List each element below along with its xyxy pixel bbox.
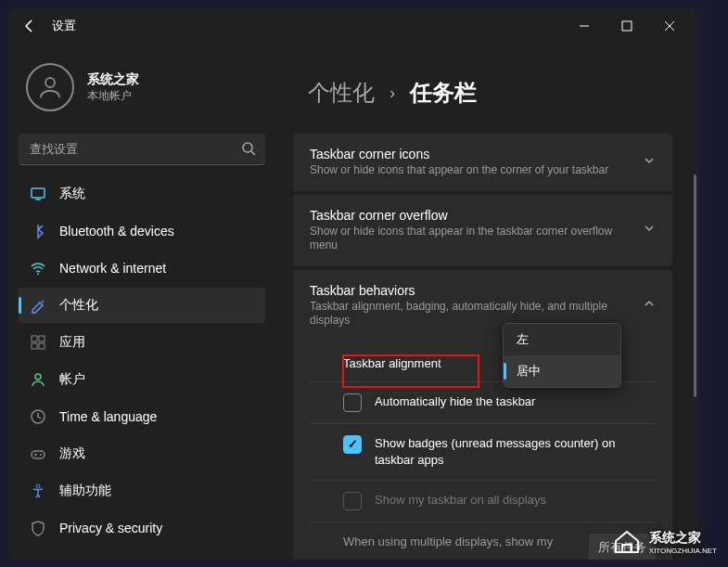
nav-label: 帐户 — [59, 371, 85, 388]
search-icon — [241, 141, 256, 160]
card-taskbar-corner-icons: Taskbar corner icons Show or hide icons … — [293, 134, 672, 191]
svg-point-12 — [35, 374, 41, 380]
svg-line-4 — [251, 151, 255, 155]
house-icon — [610, 528, 644, 556]
search-input[interactable] — [19, 134, 265, 165]
badges-label: Show badges (unread messages counter) on… — [375, 435, 656, 469]
nav-label: 游戏 — [59, 445, 85, 462]
svg-point-2 — [45, 78, 55, 87]
nav-label: 系统 — [59, 186, 85, 202]
card-title: Taskbar behaviors — [310, 283, 643, 298]
card-header-corner-icons[interactable]: Taskbar corner icons Show or hide icons … — [293, 134, 672, 191]
gaming-icon — [30, 445, 46, 462]
minimize-button[interactable] — [563, 11, 606, 41]
nav-item-update[interactable]: Windows Update — [19, 548, 265, 560]
svg-rect-10 — [32, 343, 37, 349]
privacy-icon — [30, 520, 46, 536]
card-desc: Show or hide icons that appear in the ta… — [310, 225, 643, 253]
svg-point-16 — [36, 484, 40, 488]
nav-label: Bluetooth & devices — [59, 224, 174, 238]
search-container — [19, 134, 265, 165]
avatar — [26, 63, 74, 111]
time-icon — [30, 408, 46, 425]
scrollbar[interactable] — [694, 174, 696, 397]
nav-item-bluetooth[interactable]: Bluetooth & devices — [19, 213, 265, 249]
watermark-text: 系统之家 — [649, 530, 717, 547]
svg-point-15 — [40, 454, 42, 456]
card-title: Taskbar corner icons — [310, 147, 643, 161]
close-icon — [664, 20, 675, 32]
card-taskbar-behaviors: Taskbar behaviors Taskbar alignment, bad… — [293, 270, 672, 560]
alignment-option-left[interactable]: 左 — [504, 324, 620, 355]
apps-icon — [30, 334, 46, 351]
breadcrumb: 个性化 › 任务栏 — [293, 78, 672, 108]
nav-label: 应用 — [59, 334, 85, 351]
nav-label: Network & internet — [59, 261, 166, 276]
content-area: 个性化 › 任务栏 Taskbar corner icons Show or h… — [276, 45, 698, 560]
nav-item-wifi[interactable]: Network & internet — [19, 251, 265, 286]
setting-taskbar-alignment: Taskbar alignment 左 居中 — [310, 345, 656, 381]
chevron-up-icon — [643, 297, 656, 314]
account-icon — [30, 371, 46, 388]
all-displays-label: Show my taskbar on all displays — [375, 492, 546, 509]
watermark-url: XITONGZHIJIA.NET — [649, 547, 717, 555]
setting-all-displays[interactable]: Show my taskbar on all displays — [310, 480, 656, 522]
svg-rect-5 — [32, 188, 45, 198]
svg-rect-11 — [39, 343, 45, 349]
nav-item-accessibility[interactable]: 辅助功能 — [19, 473, 265, 509]
svg-rect-1 — [622, 21, 632, 31]
username: 系统之家 — [87, 71, 139, 88]
svg-rect-9 — [39, 336, 45, 341]
nav-item-time[interactable]: Time & language — [19, 399, 265, 434]
card-title: Taskbar corner overflow — [310, 208, 643, 223]
nav-label: Time & language — [59, 409, 157, 424]
personalize-icon — [30, 297, 46, 314]
nav-label: Privacy & security — [59, 521, 162, 535]
svg-rect-8 — [32, 336, 37, 341]
bluetooth-icon — [30, 223, 46, 239]
nav-item-personalize[interactable]: 个性化 — [19, 288, 265, 323]
svg-rect-14 — [32, 451, 45, 458]
nav-label: 个性化 — [59, 297, 98, 314]
badges-checkbox[interactable] — [343, 435, 362, 454]
watermark: 系统之家 XITONGZHIJIA.NET — [610, 528, 717, 556]
alignment-dropdown: 左 居中 — [503, 323, 621, 388]
profile-section[interactable]: 系统之家 本地帐户 — [19, 52, 265, 130]
all-displays-checkbox[interactable] — [343, 492, 362, 510]
setting-multi-display: When using multiple displays, show my 所有… — [310, 522, 656, 560]
svg-point-3 — [243, 143, 252, 152]
person-icon — [36, 73, 64, 101]
auto-hide-checkbox[interactable] — [343, 393, 362, 412]
chevron-down-icon — [643, 154, 656, 171]
alignment-option-center[interactable]: 居中 — [504, 355, 620, 387]
breadcrumb-parent[interactable]: 个性化 — [308, 78, 375, 108]
nav-list: 系统Bluetooth & devicesNetwork & internet个… — [19, 176, 265, 560]
auto-hide-label: Automatically hide the taskbar — [375, 393, 535, 410]
accessibility-icon — [30, 483, 46, 499]
titlebar: 设置 — [7, 7, 698, 45]
system-icon — [30, 186, 46, 202]
nav-item-account[interactable]: 帐户 — [19, 362, 265, 397]
chevron-right-icon: › — [390, 84, 395, 103]
breadcrumb-current: 任务栏 — [410, 78, 477, 108]
setting-show-badges[interactable]: Show badges (unread messages counter) on… — [310, 423, 656, 480]
multi-display-label: When using multiple displays, show my — [343, 534, 576, 550]
nav-label: 辅助功能 — [59, 483, 111, 499]
nav-item-apps[interactable]: 应用 — [19, 325, 265, 360]
account-type: 本地帐户 — [87, 88, 139, 104]
sidebar: 系统之家 本地帐户 系统Bluetooth & devicesNetwork &… — [7, 45, 276, 560]
close-button[interactable] — [648, 11, 691, 41]
arrow-left-icon — [22, 19, 37, 33]
nav-item-privacy[interactable]: Privacy & security — [19, 510, 265, 546]
nav-label: Windows Update — [59, 558, 158, 560]
window-title: 设置 — [52, 18, 76, 34]
nav-item-system[interactable]: 系统 — [19, 176, 265, 212]
back-button[interactable] — [15, 11, 45, 41]
minimize-icon — [579, 20, 590, 32]
maximize-button[interactable] — [606, 11, 648, 41]
svg-point-7 — [37, 273, 39, 275]
update-icon — [30, 557, 46, 560]
chevron-down-icon — [643, 222, 656, 238]
card-header-corner-overflow[interactable]: Taskbar corner overflow Show or hide ico… — [293, 195, 672, 266]
nav-item-gaming[interactable]: 游戏 — [19, 436, 265, 471]
